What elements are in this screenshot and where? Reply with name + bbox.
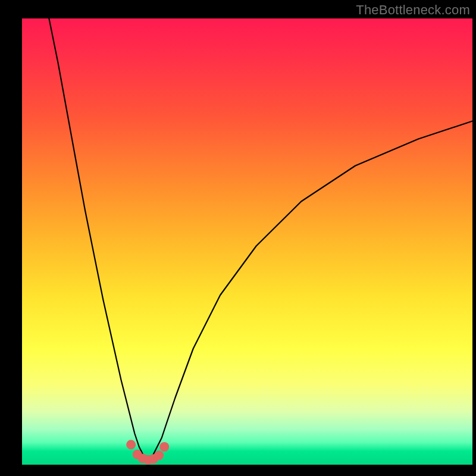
chart-frame: TheBottleneck.com — [0, 0, 476, 476]
sample-point — [126, 440, 136, 449]
plot-area — [22, 18, 472, 465]
curve-left — [49, 18, 148, 461]
sample-point — [159, 442, 169, 452]
sample-point — [154, 450, 164, 460]
watermark-text: TheBottleneck.com — [356, 2, 470, 18]
curve-layer — [22, 18, 472, 465]
curve-right — [148, 121, 472, 461]
